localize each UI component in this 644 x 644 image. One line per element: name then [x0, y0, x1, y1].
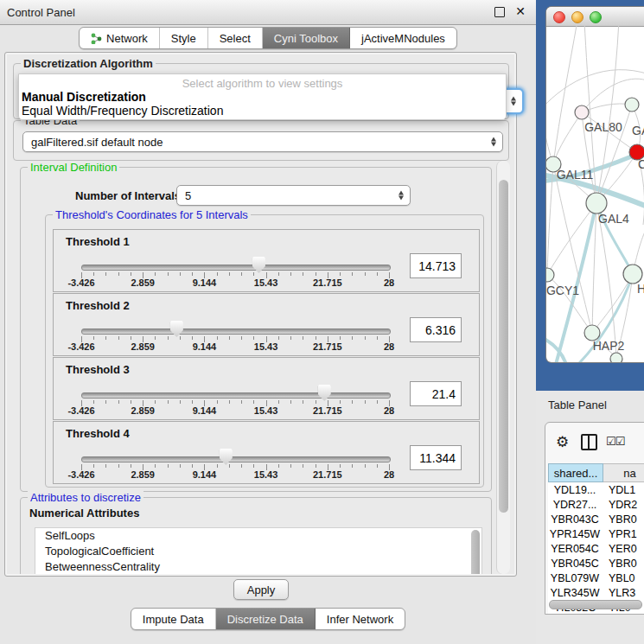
thresholds-group: Threshold's Coordinates for 5 Intervals …	[45, 214, 484, 488]
table-row[interactable]: YPR145WYPR1	[548, 526, 644, 541]
table-data-value: galFiltered.sif default node	[31, 136, 163, 149]
dropdown-option-manual[interactable]: Manual Discretization	[22, 90, 146, 104]
combo-arrows-icon	[511, 97, 516, 106]
cell-name: YBR0	[602, 512, 644, 526]
table-row[interactable]: YDL19...YDL1	[548, 482, 644, 497]
network-edge[interactable]	[546, 109, 553, 164]
scale-label: 28	[384, 277, 394, 288]
number-of-intervals-combobox[interactable]: 5	[176, 185, 411, 206]
tab-label: Infer Network	[327, 613, 393, 626]
attributes-group: Attributes to discretize Numerical Attri…	[20, 497, 492, 574]
column-header-shared-name[interactable]: shared...	[548, 463, 603, 482]
threshold-value-field[interactable]: 14.713	[410, 253, 462, 278]
threshold-value-field[interactable]: 11.344	[410, 445, 462, 470]
table-horizontal-scrollbar[interactable]	[549, 600, 642, 609]
tab-label: Impute Data	[143, 613, 204, 626]
cell-shared-name: YPR145W	[548, 526, 602, 541]
gear-icon[interactable]: ⚙	[556, 433, 569, 451]
table-data-combobox[interactable]: galFiltered.sif default node	[22, 131, 503, 152]
network-node[interactable]	[625, 98, 639, 112]
node-label: GAL4	[598, 212, 629, 226]
network-node[interactable]	[623, 265, 642, 284]
network-edge[interactable]	[596, 26, 619, 203]
table-row[interactable]: YER054CYER0	[548, 541, 644, 556]
node-label: GAL11	[557, 168, 594, 182]
slider-ticks	[81, 336, 389, 343]
network-edge[interactable]	[592, 274, 633, 333]
top-tabs-segment: NetworkStyleSelectCyni ToolboxjActiveMNo…	[79, 27, 457, 49]
interval-definition-group: Interval Definition Number of Intervals …	[20, 167, 492, 492]
tab-infer-network[interactable]: Infer Network	[316, 609, 405, 629]
control-panel: Control Panel ✕ NetworkStyleSelectCyni T…	[0, 0, 536, 644]
scale-label: 9.144	[193, 469, 217, 480]
tab-cyni-toolbox[interactable]: Cyni Toolbox	[263, 28, 350, 48]
attribute-items: SelfLoopsTopologicalCoefficientBetweenne…	[35, 528, 481, 574]
scale-label: 9.144	[193, 277, 217, 288]
table-row[interactable]: YBR045CYBR0	[548, 556, 644, 571]
column-header-name[interactable]: na	[603, 463, 644, 482]
slider-thumb[interactable]	[318, 385, 331, 401]
table-row[interactable]: YLR345WYLR3	[548, 585, 644, 600]
slider-track[interactable]	[81, 265, 391, 271]
network-view-window[interactable]: GAL80GACGAL11GAL4GCY1HHAP2	[546, 7, 644, 362]
zoom-traffic-light-icon[interactable]	[590, 11, 602, 23]
float-window-icon[interactable]	[494, 7, 505, 17]
table-panel: Table Panel ⚙ ☑☑ shared... na YDL19...YD…	[536, 391, 644, 644]
slider-thumb[interactable]	[252, 257, 265, 273]
scale-label: 28	[384, 341, 394, 352]
column-checkboxes-icon[interactable]: ☑☑	[606, 435, 624, 448]
node-label: GCY1	[546, 284, 579, 297]
bottom-tabs-segment: Impute DataDiscretize DataInfer Network	[131, 608, 405, 630]
slider-thumb[interactable]	[220, 449, 233, 465]
numerical-attributes-list[interactable]: SelfLoopsTopologicalCoefficientBetweenne…	[35, 527, 482, 574]
split-columns-icon[interactable]	[581, 434, 597, 450]
slider-track[interactable]	[81, 392, 391, 399]
scale-label: 21.715	[313, 277, 342, 288]
panel-scrollbar-thumb[interactable]	[499, 180, 508, 513]
attribute-item[interactable]: BetweennessCentrality	[35, 559, 481, 574]
node-label: HAP2	[593, 339, 625, 353]
slider-thumb[interactable]	[170, 321, 183, 337]
threshold-label: Threshold 1	[66, 235, 130, 248]
close-icon[interactable]: ✕	[515, 4, 526, 18]
node-table-container: ⚙ ☑☑ shared... na YDL19...YDL1YDR27...YD…	[545, 422, 644, 615]
tab-discretize-data[interactable]: Discretize Data	[216, 609, 316, 629]
tab-label: Network	[106, 32, 148, 45]
scale-label: 15.43	[254, 277, 278, 288]
control-panel-titlebar: Control Panel ✕	[0, 0, 536, 25]
minimize-traffic-light-icon[interactable]	[571, 11, 583, 23]
table-row[interactable]: YBL079WYBL0	[548, 571, 644, 585]
attribute-item[interactable]: TopologicalCoefficient	[35, 544, 481, 559]
network-edge[interactable]	[553, 26, 577, 164]
network-edge[interactable]	[553, 112, 582, 164]
slider-track[interactable]	[81, 456, 391, 462]
network-graph[interactable]: GAL80GACGAL11GAL4GCY1HHAP2	[546, 26, 644, 362]
group-title: Discretization Algorithm	[21, 57, 156, 70]
table-row[interactable]: YDR27...YDR2	[548, 497, 644, 512]
apply-button[interactable]: Apply	[233, 579, 289, 600]
table-data-group: Table Data galFiltered.sif default node	[13, 120, 509, 161]
cell-shared-name: YBR045C	[548, 556, 602, 571]
close-traffic-light-icon[interactable]	[553, 11, 565, 23]
network-node[interactable]	[586, 193, 607, 214]
threshold-value-field[interactable]: 21.4	[410, 381, 462, 406]
tab-impute-data[interactable]: Impute Data	[131, 609, 216, 629]
cell-name: YDL1	[602, 482, 644, 497]
panel-scrollbar[interactable]	[496, 161, 510, 574]
network-node[interactable]	[575, 105, 589, 119]
attribute-item[interactable]: SelfLoops	[35, 528, 481, 544]
slider-track[interactable]	[81, 328, 391, 335]
network-node[interactable]	[610, 353, 622, 362]
threshold-value-field[interactable]: 6.316	[410, 317, 462, 342]
tab-select[interactable]: Select	[208, 28, 263, 48]
tab-jactivemnodules[interactable]: jActiveMNodules	[350, 28, 456, 48]
tab-network[interactable]: Network	[80, 28, 160, 48]
threshold-panel-3: Threshold 3-3.4262.8599.14415.4321.71528…	[53, 357, 480, 420]
slider-ticks	[81, 272, 389, 279]
table-row[interactable]: YBR043CYBR0	[548, 512, 644, 526]
attributes-scrollbar[interactable]	[471, 530, 480, 574]
tab-style[interactable]: Style	[160, 28, 208, 48]
cell-shared-name: YER054C	[548, 541, 602, 556]
dropdown-option-equal-width[interactable]: Equal Width/Frequency Discretization	[22, 104, 223, 118]
scale-label: -3.426	[67, 277, 94, 288]
